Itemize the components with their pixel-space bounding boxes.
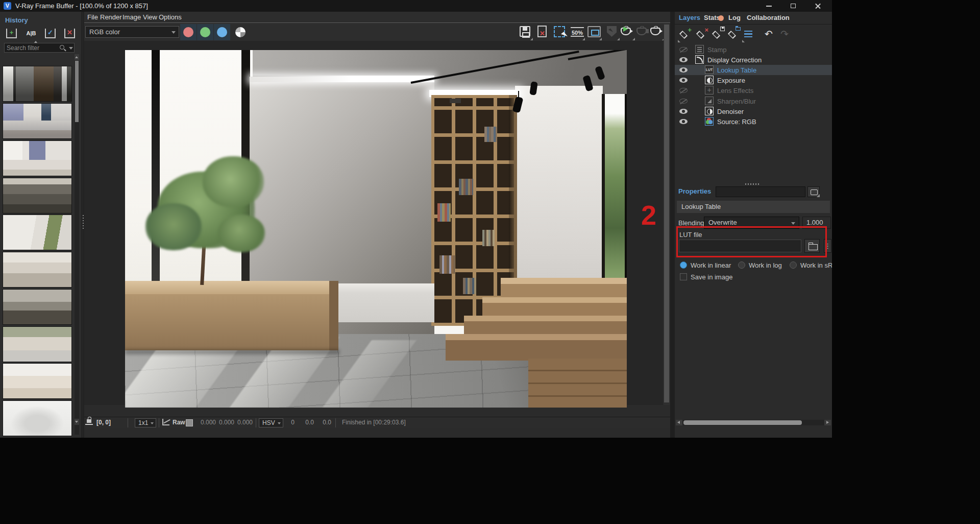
- lut-browse-button[interactable]: [804, 239, 820, 253]
- divider: [335, 418, 336, 427]
- tab-log[interactable]: Log: [728, 14, 741, 21]
- redo-button[interactable]: ↷: [779, 27, 795, 42]
- scroll-up-icon[interactable]: [75, 54, 79, 60]
- visibility-eye-icon[interactable]: [679, 119, 688, 124]
- history-thumbnail[interactable]: [3, 66, 72, 102]
- render-art-shape: [450, 99, 461, 103]
- delete-layer-icon: [696, 31, 704, 39]
- region-render-icon: [554, 26, 565, 37]
- render-image[interactable]: [125, 50, 627, 408]
- layer-row-display-correction[interactable]: Display Correction: [675, 55, 832, 65]
- blue-channel-button[interactable]: [214, 24, 230, 40]
- radio-work-in-linear[interactable]: [680, 261, 687, 269]
- layer-row-lens-effects[interactable]: Lens Effects: [675, 85, 832, 96]
- pixel-ratio-dropdown[interactable]: 1x1: [135, 418, 156, 427]
- green-channel-button[interactable]: [197, 24, 213, 40]
- close-button[interactable]: [805, 0, 830, 12]
- lut-file-input[interactable]: [679, 240, 801, 252]
- red-channel-button[interactable]: [180, 24, 197, 40]
- color-model-dropdown[interactable]: HSV: [259, 418, 283, 427]
- history-accept-button[interactable]: ✓: [43, 27, 58, 40]
- save-image-button[interactable]: [518, 25, 533, 39]
- radio-work-in-log[interactable]: [738, 261, 745, 269]
- save-layers-button[interactable]: [709, 27, 725, 42]
- layer-row-exposure[interactable]: Exposure: [675, 75, 832, 85]
- properties-splitter-handle-icon[interactable]: [745, 183, 761, 185]
- layer-row-sharpen-blur[interactable]: Sharpen/Blur: [675, 96, 832, 106]
- history-thumbnail[interactable]: [3, 252, 72, 288]
- scroll-right-icon[interactable]: [824, 420, 831, 425]
- layer-row-stamp[interactable]: Stamp: [675, 44, 832, 55]
- visibility-eye-icon[interactable]: [679, 47, 688, 52]
- menu-options[interactable]: Options: [159, 13, 182, 21]
- visibility-eye-icon[interactable]: [679, 67, 688, 73]
- layer-row-lookup-table[interactable]: LUT Lookup Table: [675, 65, 832, 75]
- tab-layers[interactable]: Layers: [679, 14, 700, 21]
- proportions-button[interactable]: [586, 25, 602, 39]
- save-icon: [520, 26, 530, 37]
- scroll-left-icon[interactable]: [676, 420, 682, 425]
- load-layers-button[interactable]: [725, 27, 741, 42]
- pixel-lock-icon[interactable]: [87, 419, 91, 423]
- search-input[interactable]: [7, 44, 58, 52]
- history-thumbnail[interactable]: [3, 140, 72, 176]
- visibility-eye-icon[interactable]: [679, 88, 688, 93]
- menu-render[interactable]: Render: [100, 13, 122, 21]
- lut-more-button[interactable]: ⋮: [824, 239, 831, 253]
- history-thumbnail[interactable]: [3, 289, 72, 325]
- history-thumbnail[interactable]: [3, 400, 72, 436]
- render-art-shape: [437, 203, 451, 222]
- visibility-eye-icon[interactable]: [679, 109, 688, 114]
- save-in-image-checkbox[interactable]: [680, 273, 687, 280]
- menu-image[interactable]: Image: [122, 13, 141, 21]
- visibility-eye-icon[interactable]: [679, 78, 688, 83]
- history-compare-ab-button[interactable]: A|B: [23, 27, 39, 40]
- history-thumbnail[interactable]: [3, 103, 72, 139]
- create-layer-button[interactable]: +: [677, 27, 692, 42]
- chevron-down-icon: [172, 31, 176, 34]
- blending-dropdown[interactable]: Overwrite: [704, 217, 799, 229]
- panel-horizontal-scrollbar[interactable]: [676, 420, 831, 425]
- maximize-button[interactable]: [781, 0, 805, 12]
- zoom-50-button[interactable]: 50%: [570, 25, 585, 39]
- channel-selector-dropdown[interactable]: RGB color: [85, 26, 179, 38]
- layer-list-button[interactable]: [741, 27, 756, 42]
- mono-channel-button[interactable]: [232, 24, 249, 40]
- render-last-button[interactable]: [649, 25, 665, 39]
- minimize-button[interactable]: [756, 0, 781, 12]
- layer-row-source-rgb[interactable]: Source: RGB: [675, 116, 832, 127]
- render-art-shape: [528, 359, 627, 408]
- color-curve-icon[interactable]: [162, 419, 169, 425]
- scroll-down-icon[interactable]: [75, 419, 79, 425]
- undo-button[interactable]: ↶: [764, 27, 779, 42]
- blend-amount-field[interactable]: 1.000: [802, 217, 831, 229]
- display-correction-icon: [695, 55, 704, 64]
- panel-separator: [670, 12, 675, 438]
- canvas-vertical-scrollbar[interactable]: [664, 23, 670, 405]
- render-start-button[interactable]: [620, 25, 635, 39]
- radio-work-in-srgb[interactable]: [790, 261, 797, 269]
- history-remove-button[interactable]: ✕: [62, 27, 78, 40]
- layer-row-denoiser[interactable]: Denoiser: [675, 106, 832, 116]
- search-filter-dropdown-icon[interactable]: [69, 47, 73, 50]
- history-add-button[interactable]: +: [4, 27, 19, 40]
- menu-file[interactable]: File: [87, 13, 98, 21]
- history-thumbnail[interactable]: [3, 178, 72, 213]
- menu-view[interactable]: View: [143, 13, 157, 21]
- mono-channel-icon: [235, 27, 246, 37]
- history-thumbnail[interactable]: [3, 326, 72, 362]
- scrollbar-thumb[interactable]: [683, 420, 802, 425]
- visibility-eye-icon[interactable]: [679, 99, 688, 104]
- clear-image-button[interactable]: ✕: [535, 25, 550, 39]
- region-render-button[interactable]: [552, 25, 568, 39]
- scrollbar-thumb[interactable]: [664, 25, 669, 402]
- render-stop-button[interactable]: [635, 25, 651, 39]
- properties-display-mode-button[interactable]: [807, 186, 820, 197]
- isolate-select-button[interactable]: [604, 25, 620, 39]
- history-thumbnail[interactable]: [3, 363, 72, 399]
- visibility-eye-icon[interactable]: [679, 57, 688, 62]
- history-scrollbar-thumb[interactable]: [75, 61, 79, 122]
- delete-layer-button[interactable]: ×: [694, 27, 709, 42]
- tab-collaboration[interactable]: Collaboration: [747, 14, 790, 21]
- history-thumbnail[interactable]: [3, 215, 72, 250]
